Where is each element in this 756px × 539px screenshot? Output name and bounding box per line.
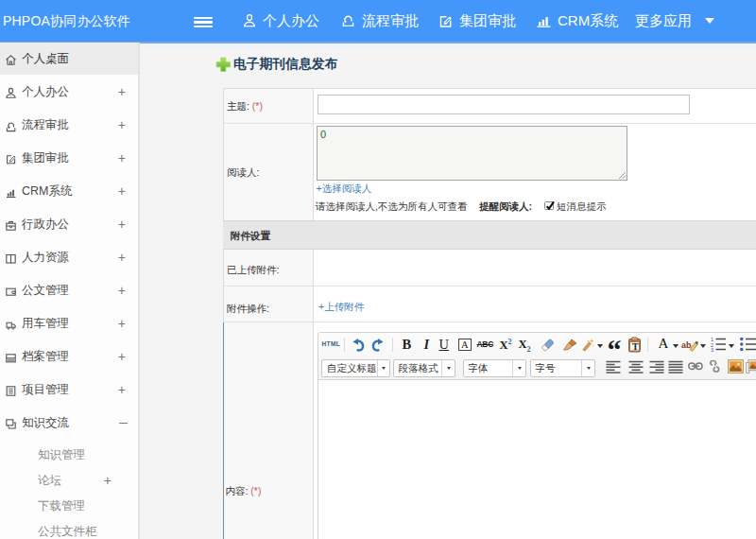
svg-text:3: 3 [711,347,713,352]
svg-text:T: T [632,341,639,352]
